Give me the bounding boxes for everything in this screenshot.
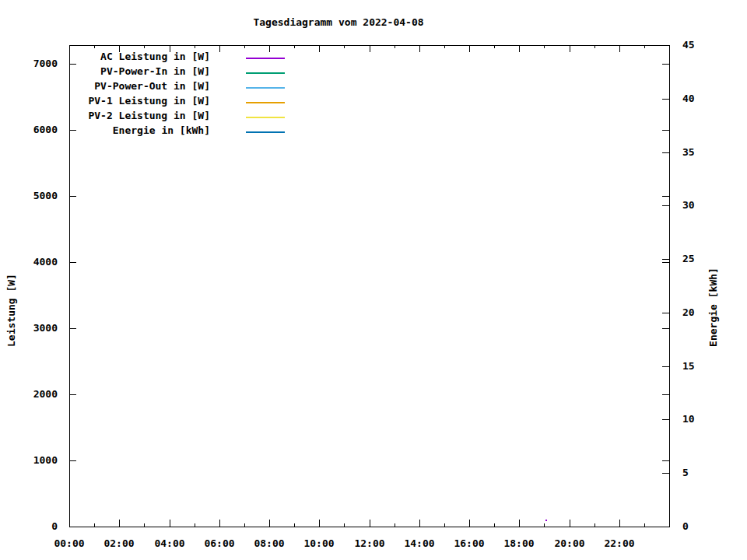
legend-label: PV-2 Leistung in [W] bbox=[54, 110, 210, 122]
y-left-tick-label: 1000 bbox=[0, 454, 58, 467]
legend-color-line bbox=[246, 117, 285, 118]
x-tick-label: 18:00 bbox=[496, 538, 542, 549]
legend-color-line bbox=[246, 131, 285, 133]
x-tick-label: 02:00 bbox=[96, 538, 142, 549]
chart-title: Tagesdiagramm vom 2022-04-08 bbox=[183, 16, 494, 29]
x-tick-label: 12:00 bbox=[346, 538, 393, 549]
y-left-tick-label: 3000 bbox=[0, 322, 58, 334]
x-tick-label: 06:00 bbox=[196, 538, 243, 549]
y-right-tick-label: 0 bbox=[682, 520, 737, 533]
y-right-tick-label: 35 bbox=[682, 146, 737, 159]
x-tick-label: 20:00 bbox=[546, 538, 593, 549]
x-tick-label: 14:00 bbox=[396, 538, 443, 549]
y-right-tick-label: 45 bbox=[682, 39, 737, 51]
legend-color-line bbox=[246, 102, 285, 103]
y-left-tick-label: 6000 bbox=[0, 124, 58, 136]
y-right-tick-label: 5 bbox=[682, 467, 737, 479]
x-tick-label: 00:00 bbox=[46, 538, 93, 549]
x-tick-label: 08:00 bbox=[246, 538, 293, 549]
y-right-tick-label: 25 bbox=[682, 253, 737, 265]
y-left-tick-label: 7000 bbox=[0, 58, 58, 70]
legend-label: PV-1 Leistung in [W] bbox=[54, 95, 210, 107]
legend-color-line bbox=[246, 87, 285, 89]
x-tick-label: 22:00 bbox=[596, 538, 643, 549]
data-point-dot bbox=[545, 520, 547, 521]
legend-label: PV-Power-In in [W] bbox=[54, 65, 210, 78]
y-left-tick-label: 0 bbox=[0, 520, 58, 533]
y-left-tick-label: 2000 bbox=[0, 388, 58, 401]
y-right-tick-label: 40 bbox=[682, 93, 737, 105]
x-tick-label: 04:00 bbox=[146, 538, 193, 549]
y-left-tick-label: 4000 bbox=[0, 256, 58, 268]
legend-label: AC Leistung in [W] bbox=[54, 51, 210, 63]
legend-color-line bbox=[246, 72, 285, 74]
y-right-tick-label: 10 bbox=[682, 413, 737, 425]
y-right-tick-label: 20 bbox=[682, 306, 737, 319]
x-tick-label: 10:00 bbox=[296, 538, 342, 549]
chart-canvas: Tagesdiagramm vom 2022-04-08 Leistung [W… bbox=[0, 0, 747, 560]
y-left-tick-label: 5000 bbox=[0, 190, 58, 202]
legend-color-line bbox=[246, 58, 285, 59]
x-tick-label: 16:00 bbox=[446, 538, 493, 549]
legend-label: PV-Power-Out in [W] bbox=[54, 80, 210, 93]
y-right-tick-label: 30 bbox=[682, 199, 737, 212]
y-right-tick-label: 15 bbox=[682, 360, 737, 373]
legend-label: Energie in [kWh] bbox=[54, 124, 210, 137]
